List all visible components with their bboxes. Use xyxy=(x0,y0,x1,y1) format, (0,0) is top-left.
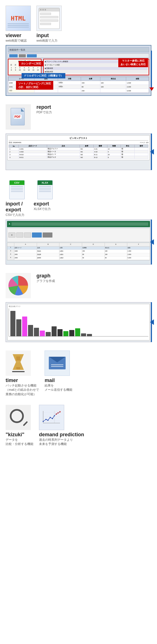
ss-h6: 金額 xyxy=(127,247,150,250)
timer-mail-row: timer バッチ起動させる機能 （mailとの組み合わせで 業務の自動化が可能… xyxy=(6,351,151,396)
arrow-head-down xyxy=(149,87,154,91)
bar-1 xyxy=(10,311,15,336)
csv-label: CSV xyxy=(14,181,20,184)
report-screenshot: ピッキングリスト 日付: 2018/04/01 ページ: 1/3 No 品目コー… xyxy=(6,134,151,170)
bar-8 xyxy=(52,326,57,336)
mail-subtitle: 結果を メール送信する機能 xyxy=(45,383,72,392)
ribbon-btn-3 xyxy=(24,232,31,238)
timer-icon-inner xyxy=(12,354,25,372)
col-a: A xyxy=(14,243,37,246)
ss-d3-4: 50 xyxy=(82,257,105,260)
svg-point-6 xyxy=(45,419,47,420)
ribbon-btn-5 xyxy=(43,232,52,238)
bar-12 xyxy=(75,328,80,336)
svg-point-7 xyxy=(47,420,49,421)
bar-chart: 100 50 0 xyxy=(9,308,148,336)
input-subtitle: web画面で入力 xyxy=(36,39,57,43)
csv-icon-box: CSV xyxy=(6,178,28,201)
title-bar: 検索条件一覧表 xyxy=(8,47,149,52)
ribbon-btn-2 xyxy=(16,232,23,238)
report-header: PDF report PDFで出力 xyxy=(6,104,151,131)
browser-dot-2 xyxy=(42,9,44,10)
xlsx-line-4 xyxy=(39,191,51,192)
excel-screenshot: X B A B C xyxy=(6,220,151,265)
kizuki-card: "kizuki" データを 比較・分析する機能 xyxy=(6,405,33,446)
col-e: E xyxy=(105,243,128,246)
search-handle xyxy=(23,421,28,426)
pdf-paper: PDF xyxy=(11,108,25,125)
hourglass-base xyxy=(12,371,25,372)
features-screenshot-container: 検索条件一覧表 2018.4月 ◀ ▶ 日 月 火 水 xyxy=(6,45,151,96)
ss-r2-idx: 2 xyxy=(7,250,14,253)
col-d: D xyxy=(82,243,105,246)
csv-line-3 xyxy=(11,189,23,190)
mail-card: mail 結果を メール送信する機能 xyxy=(45,351,72,396)
search-circle xyxy=(10,409,24,423)
ss-h2: 品名 xyxy=(37,247,60,250)
ribbon-btn-4 xyxy=(32,232,42,238)
excel-screenshot-wrapper: X B A B C xyxy=(6,220,151,265)
viewer-subtitle: web画面で確認 xyxy=(6,39,27,43)
bar-4 xyxy=(28,325,33,336)
svg-point-5 xyxy=(43,421,44,422)
html-badge: HTML xyxy=(11,15,26,22)
xlsx-icon-box: XLSX xyxy=(34,178,56,201)
master-row-3: ■ 営業本部 xyxy=(45,67,148,70)
pdf-corner xyxy=(21,108,24,112)
toolbar-btn-2 xyxy=(19,54,26,57)
csv-line-1 xyxy=(11,186,23,187)
demand-icon-box xyxy=(39,405,64,430)
graph-title: graph xyxy=(36,273,55,279)
pdf-badge: PDF xyxy=(11,108,26,126)
ss-r3-idx: 3 xyxy=(7,253,14,256)
demand-card: demand prediction 過去の時系列データより 未来を予測する機能 xyxy=(39,405,84,446)
mail-icon-box xyxy=(45,351,70,376)
report-text: report PDFで出力 xyxy=(36,104,52,114)
bar-10 xyxy=(63,331,68,336)
xlsx-text: export XLSXで出力 xyxy=(34,201,51,211)
ss-data-row-1: 2 1000 部品A 分類1 150 100 1,500 xyxy=(7,250,150,253)
ss-data-row-3: 4 2000 材料D 分類2 50 60 5,000 xyxy=(7,257,150,260)
graph-screenshot: 発注分析グラフ 100 50 0 xyxy=(6,302,151,342)
mail-envelope xyxy=(49,357,66,369)
mail-line-1 xyxy=(51,364,63,365)
excel-arrow-head xyxy=(150,239,154,245)
demand-title: demand prediction xyxy=(39,432,84,438)
ss-d2-4: 80 xyxy=(82,253,105,256)
ss-d3-5: 60 xyxy=(105,257,128,260)
graph-header: graph グラフを作成 xyxy=(6,273,151,300)
xlsx-paper: XLSX xyxy=(37,180,53,199)
pdf-label: PDF xyxy=(14,115,22,119)
xlsx-subtitle: XLSXで出力 xyxy=(34,207,51,211)
kizuki-demand-row: "kizuki" データを 比較・分析する機能 xyxy=(6,405,151,446)
graph-screenshot-wrapper: 発注分析グラフ 100 50 0 xyxy=(6,302,151,342)
viewer-icon-box: HTML xyxy=(6,6,31,31)
html-decorative-lines xyxy=(8,23,29,28)
report-inner: ピッキングリスト 日付: 2018/04/01 ページ: 1/3 No 品目コー… xyxy=(7,135,150,160)
bar-11 xyxy=(69,330,74,336)
report-section: PDF report PDFで出力 ピッキングリスト 日付: 2018/04/0… xyxy=(6,104,151,170)
bar-2 xyxy=(16,319,21,336)
xlsx-line-2 xyxy=(39,188,51,189)
import-export-section: CSV inport / export CSVで入出力 xyxy=(6,178,151,264)
kizuki-demand-section: "kizuki" データを 比較・分析する機能 xyxy=(6,405,151,446)
excel-formula-bar xyxy=(11,222,148,226)
col-headers: A B C D E F xyxy=(7,243,150,247)
csv-card: CSV inport / export CSVで入出力 xyxy=(6,178,28,217)
ss-h5: 発注点 xyxy=(105,247,128,250)
xlsx-line-3 xyxy=(39,189,51,190)
sand-top xyxy=(16,356,20,360)
input-title: input xyxy=(36,33,49,39)
report-subtitle: PDFで出力 xyxy=(36,110,52,114)
csv-paper: CSV xyxy=(9,180,25,199)
report-arrow-head xyxy=(150,149,154,155)
xlsx-line-1 xyxy=(39,186,51,187)
timer-mail-section: timer バッチ起動させる機能 （mailとの組み合わせで 業務の自動化が可能… xyxy=(6,351,151,396)
graph-section: graph グラフを作成 発注分析グラフ 100 50 0 xyxy=(6,273,151,342)
ss-d1-5: 100 xyxy=(105,250,128,253)
mail-title: mail xyxy=(45,378,55,383)
input-icon-box xyxy=(36,6,62,31)
chart-title: 発注分析グラフ xyxy=(9,305,148,308)
ss-h4: 在庫数 xyxy=(82,247,105,250)
excel-logo: X xyxy=(9,223,10,225)
